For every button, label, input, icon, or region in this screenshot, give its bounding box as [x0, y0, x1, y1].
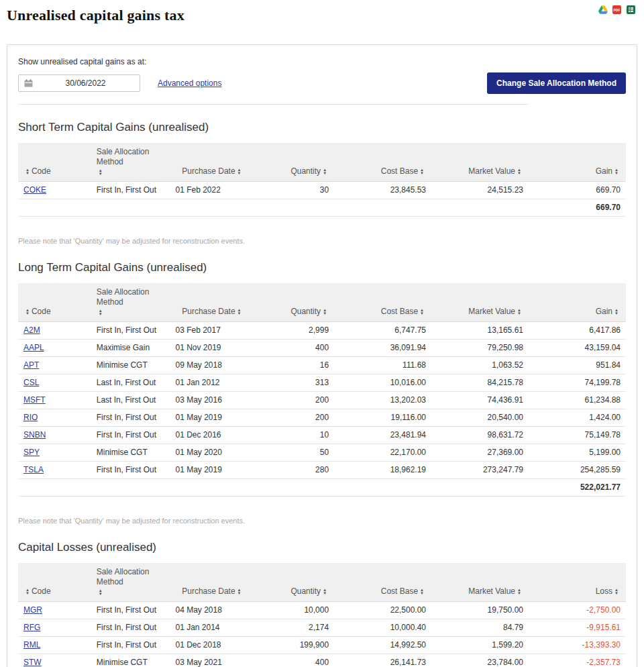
table-row: A2MFirst In, First Out03 Feb 20172,9996,…: [18, 322, 626, 340]
column-header-code[interactable]: ▲▼Code: [18, 143, 91, 182]
date-input[interactable]: [37, 78, 134, 89]
sort-icon: ▲▼: [237, 309, 241, 315]
cell: 03 May 2021: [170, 654, 255, 667]
table-row: COKEFirst In, First Out01 Feb 20223023,8…: [18, 182, 626, 199]
column-header-market-value[interactable]: Market Value▲▼: [431, 283, 529, 322]
table-row: SPYMinimise CGT01 May 20205022,170.0027,…: [18, 444, 626, 462]
column-header-purchase-date[interactable]: Purchase Date▲▼: [170, 143, 255, 182]
column-label: Quantity: [290, 586, 321, 596]
holding-code-link[interactable]: MGR: [23, 605, 42, 615]
code-cell: RML: [18, 637, 91, 654]
controls-divider: [18, 104, 529, 105]
holding-code-link[interactable]: CSL: [23, 378, 39, 387]
holding-code-link[interactable]: STW: [23, 658, 42, 667]
table-row: MGRFirst In, First Out04 May 201810,0002…: [18, 602, 626, 619]
holding-code-link[interactable]: SPY: [23, 448, 40, 457]
cell: 01 Jan 2014: [170, 619, 255, 637]
holding-code-link[interactable]: COKE: [23, 185, 46, 195]
section-title: Short Term Capital Gains (unrealised): [18, 121, 626, 134]
cell: 27,369.00: [431, 444, 529, 462]
column-header-loss[interactable]: Loss▲▼: [529, 563, 626, 602]
column-label: Gain: [596, 307, 612, 316]
code-cell: MSFT: [18, 392, 91, 409]
cell: 74,436.91: [431, 392, 529, 409]
calendar-icon[interactable]: [24, 79, 33, 87]
change-sale-allocation-button[interactable]: Change Sale Allocation Method: [487, 72, 626, 94]
column-header-quantity[interactable]: Quantity▲▼: [255, 283, 334, 322]
code-cell: A2M: [18, 322, 91, 340]
column-header-sale-allocation-method[interactable]: Sale Allocation Method▲▼: [91, 143, 170, 182]
holding-code-link[interactable]: RML: [23, 640, 40, 650]
column-header-code[interactable]: ▲▼Code: [18, 283, 91, 322]
cell: 01 Feb 2022: [170, 182, 255, 199]
table-row: RFGFirst In, First Out01 Jan 20142,17410…: [18, 619, 626, 637]
sort-icon: ▲▼: [25, 309, 30, 315]
column-label: Cost Base: [381, 586, 418, 596]
code-cell: CSL: [18, 374, 91, 392]
cell: 16: [255, 357, 334, 374]
sort-icon: ▲▼: [420, 309, 424, 315]
column-header-purchase-date[interactable]: Purchase Date▲▼: [170, 563, 255, 602]
column-header-sale-allocation-method[interactable]: Sale Allocation Method▲▼: [91, 563, 170, 602]
date-picker[interactable]: [18, 74, 140, 92]
holding-code-link[interactable]: MSFT: [23, 395, 46, 405]
column-header-cost-base[interactable]: Cost Base▲▼: [334, 563, 431, 602]
short-term-gains-section: Short Term Capital Gains (unrealised) ▲▼…: [18, 121, 626, 245]
column-label: Code: [32, 307, 51, 316]
column-header-cost-base[interactable]: Cost Base▲▼: [334, 143, 431, 182]
sort-icon: ▲▼: [517, 588, 521, 595]
cell: 98,631.72: [431, 427, 529, 444]
google-drive-icon[interactable]: [598, 5, 608, 15]
cell: First In, First Out: [91, 322, 170, 340]
holding-code-link[interactable]: RIO: [23, 413, 38, 422]
column-header-sale-allocation-method[interactable]: Sale Allocation Method▲▼: [91, 283, 170, 322]
sort-icon: ▲▼: [25, 588, 30, 595]
holding-code-link[interactable]: A2M: [23, 325, 40, 335]
column-label: Sale Allocation Method: [97, 147, 154, 167]
advanced-options-link[interactable]: Advanced options: [158, 79, 221, 88]
column-label: Market Value: [468, 586, 515, 596]
cell: 30: [255, 182, 334, 199]
sort-icon: ▲▼: [614, 588, 619, 595]
cell: 20,540.00: [431, 409, 529, 427]
cell: 09 May 2018: [170, 357, 255, 374]
cell: Minimise CGT: [91, 654, 170, 667]
code-cell: APT: [18, 357, 91, 374]
column-header-gain[interactable]: Gain▲▼: [529, 283, 626, 322]
column-header-cost-base[interactable]: Cost Base▲▼: [334, 283, 431, 322]
excel-export-icon[interactable]: [627, 5, 636, 15]
cell: 18,962.19: [334, 462, 431, 479]
sort-icon: ▲▼: [237, 588, 241, 595]
cell: First In, First Out: [91, 619, 170, 637]
cell: 36,091.94: [334, 340, 431, 357]
holding-code-link[interactable]: TSLA: [23, 465, 44, 474]
sort-icon: ▲▼: [614, 168, 619, 175]
column-header-quantity[interactable]: Quantity▲▼: [255, 563, 334, 602]
column-header-gain[interactable]: Gain▲▼: [529, 143, 626, 182]
holding-code-link[interactable]: SNBN: [23, 430, 46, 440]
cell: 04 May 2018: [170, 602, 255, 619]
cell: 1,599.20: [431, 637, 529, 654]
cell: 200: [255, 392, 334, 409]
long-term-gains-table: ▲▼CodeSale Allocation Method▲▼Purchase D…: [18, 283, 626, 497]
column-header-quantity[interactable]: Quantity▲▼: [255, 143, 334, 182]
pdf-export-icon[interactable]: PDF: [612, 5, 622, 15]
holding-code-link[interactable]: AAPL: [23, 343, 44, 352]
column-header-market-value[interactable]: Market Value▲▼: [431, 563, 529, 602]
svg-text:PDF: PDF: [614, 8, 621, 12]
cell: 01 May 2019: [170, 409, 255, 427]
cell: 50: [255, 444, 334, 462]
cell: 10: [255, 427, 334, 444]
holding-code-link[interactable]: RFG: [23, 623, 40, 632]
short-term-gains-table: ▲▼CodeSale Allocation Method▲▼Purchase D…: [18, 143, 626, 217]
cell: First In, First Out: [91, 182, 170, 199]
column-header-market-value[interactable]: Market Value▲▼: [431, 143, 529, 182]
sort-icon: ▲▼: [99, 169, 163, 176]
code-cell: MGR: [18, 602, 91, 619]
sort-icon: ▲▼: [420, 588, 424, 595]
cell: 5,199.00: [529, 444, 626, 462]
column-header-code[interactable]: ▲▼Code: [18, 563, 91, 602]
holding-code-link[interactable]: APT: [23, 360, 39, 370]
table-header-row: ▲▼CodeSale Allocation Method▲▼Purchase D…: [18, 563, 626, 602]
column-header-purchase-date[interactable]: Purchase Date▲▼: [170, 283, 255, 322]
